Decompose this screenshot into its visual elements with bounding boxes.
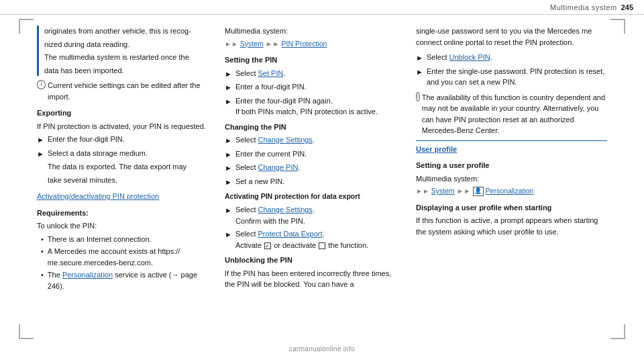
exporting-text: If PIN protection is activated, your PIN…	[37, 121, 211, 132]
arrow-sym-cp: ►	[225, 163, 232, 174]
header-bar: Multimedia system 245	[0, 0, 644, 15]
arrow-text-again: Enter the four-digit PIN again.If both P…	[235, 95, 378, 118]
arrow-text-1: Enter the four-digit PIN.	[48, 134, 125, 145]
content-area: originates from another vehicle, this is…	[37, 19, 607, 331]
continuation-text: single-use password sent to you via the …	[416, 26, 607, 48]
personalization-link[interactable]: Personalization	[62, 271, 113, 279]
bullet-text-1: There is an Internet connection.	[48, 234, 152, 245]
header-title: Multimedia system	[550, 3, 617, 11]
arrow-sym-snp: ►	[225, 177, 232, 188]
arrow-text-ae2: Select Protect Data Export.Activate or d…	[235, 228, 368, 251]
blue-bar-block: originates from another vehicle, this is…	[37, 26, 211, 76]
right-column: single-use password sent to you via the …	[416, 19, 607, 331]
activating-export-heading: Activating PIN protection for data expor…	[225, 191, 402, 202]
corner-bracket-tr	[610, 19, 625, 34]
user-profile-section: User profile	[416, 144, 607, 155]
arrow-enter-again: ► Enter the four-digit PIN again.If both…	[225, 95, 402, 118]
mid-menu-path: ►► System ►► PIN Protection	[225, 39, 402, 50]
arrow-text-cs: Select Change Settings.	[235, 134, 315, 146]
arrow-item-pin: ► Enter the four-digit PIN.	[37, 134, 211, 146]
arrow-item-storage: ► Select a data storage medium.	[37, 148, 211, 160]
unblocking-text: If the PIN has been entered incorrectly …	[225, 268, 402, 290]
link-change-settings-2[interactable]: Change Settings	[258, 206, 313, 214]
arrow-text-set-pin: Select Set PIN.	[235, 68, 286, 79]
arrow-text-2: Select a data storage medium.	[48, 148, 148, 159]
displaying-text: If this function is active, a prompt app…	[416, 215, 607, 237]
arrow-sym-esu: ►	[416, 66, 423, 78]
link-protect-data-export[interactable]: Protect Data Export	[258, 230, 323, 238]
to-unlock-text: To unlock the PIN:	[37, 220, 211, 232]
right-menu-arrow-1: ►►	[416, 186, 429, 196]
arrow-set-pin: ► Select Set PIN.	[225, 68, 402, 80]
requirements-heading: Requirements:	[37, 208, 211, 219]
arrow-sym-cs: ►	[225, 135, 232, 146]
info-icon-import: i	[37, 80, 46, 89]
bullet-personalization: • The Personalization service is active …	[41, 269, 211, 292]
indent-export-note: The data is exported. The data export ma…	[48, 161, 211, 185]
mid-column: Multimedia system: ►► System ►► PIN Prot…	[225, 19, 402, 331]
arrow-text-esu: Enter the single-use password. PIN prote…	[427, 66, 607, 88]
setting-pin-heading: Setting the PIN	[225, 54, 402, 66]
arrow-text-ubp: Select Unblock PIN.	[427, 52, 492, 63]
arrow-sym-ae2: ►	[225, 229, 232, 240]
corner-bracket-br	[610, 324, 625, 339]
link-unblock-pin[interactable]: Unblock PIN	[449, 53, 490, 61]
checkbox-deactivate	[319, 242, 325, 249]
mid-multimedia-label: Multimedia system:	[225, 26, 402, 37]
info-icon-avail: i	[416, 92, 420, 101]
header-page-num: 245	[621, 3, 633, 11]
displaying-heading: Displaying a user profile when starting	[416, 202, 607, 214]
mid-menu-arrow-2: ►►	[266, 39, 280, 50]
arrow-activate-export-2: ► Select Protect Data Export.Activate or…	[225, 228, 402, 251]
arrow-sym-again: ►	[225, 96, 232, 107]
mid-menu-arrow-1: ►►	[225, 39, 238, 49]
corner-bracket-tl	[19, 19, 34, 34]
link-change-pin[interactable]: Change PIN	[258, 163, 299, 171]
arrow-activate-export-1: ► Select Change Settings.Confirm with th…	[225, 204, 402, 226]
person-icon: 👤	[473, 187, 484, 196]
unblocking-heading: Unblocking the PIN	[225, 255, 402, 266]
info-text-avail: The availability of this function is cou…	[422, 92, 607, 136]
bullet-text-3: The Personalization service is active (→…	[48, 269, 211, 292]
link-change-settings-1[interactable]: Change Settings	[258, 136, 313, 144]
indent-export-2: take several minutes.	[48, 175, 211, 186]
watermark: carmanualonline.info	[0, 345, 644, 353]
arrow-enter-4digit: ► Enter a four-digit PIN.	[225, 81, 402, 93]
arrow-text-ecp: Enter the current PIN.	[235, 148, 307, 160]
watermark-text: carmanualonline.info	[289, 345, 355, 353]
right-menu-arrow-2: ►►	[457, 186, 471, 197]
right-multimedia-label: Multimedia system:	[416, 173, 607, 185]
info-block-import: i Current vehicle settings can be edited…	[37, 80, 211, 102]
bullet-sym-3: •	[41, 269, 44, 281]
arrow-enter-single-use: ► Enter the single-use password. PIN pro…	[416, 66, 607, 88]
arrow-sym-ubp: ►	[416, 52, 423, 64]
arrow-sym-ae1: ►	[225, 205, 232, 216]
link-set-pin[interactable]: Set PIN	[258, 69, 284, 77]
mid-menu-system: System	[240, 39, 264, 50]
arrow-change-pin: ► Select Change PIN.	[225, 162, 402, 174]
arrow-text-snp: Set a new PIN.	[235, 176, 284, 187]
left-column: originates from another vehicle, this is…	[37, 19, 211, 331]
setting-user-profile-heading: Setting a user profile	[416, 160, 607, 171]
arrow-sym-set-pin: ►	[225, 69, 232, 80]
bullet-internet: • There is an Internet connection.	[41, 234, 211, 245]
arrow-text-cp: Select Change PIN.	[235, 162, 301, 173]
blue-bar-line-3: The multimedia system is restarted once …	[44, 52, 211, 63]
activating-link[interactable]: Activating/deactivating PIN protection	[37, 192, 159, 200]
bullet-sym-2: •	[41, 246, 44, 257]
arrow-set-new-pin: ► Set a new PIN.	[225, 176, 402, 188]
arrow-sym-2: ►	[37, 148, 44, 160]
bullet-text-2: A Mercedes me account exists at https://…	[48, 246, 180, 268]
arrow-text-ae1: Select Change Settings.Confirm with the …	[235, 204, 315, 226]
user-profile-divider	[416, 140, 607, 141]
right-menu-path: ►► System ►► 👤 Personalization	[416, 186, 607, 197]
right-menu-personalization: Personalization	[486, 186, 534, 197]
changing-pin-heading: Changing the PIN	[225, 122, 402, 133]
arrow-sym-4digit: ►	[225, 82, 232, 93]
right-menu-system: System	[431, 186, 455, 197]
blue-bar-line-4: data has been imported.	[44, 65, 211, 77]
arrow-sym-1: ►	[37, 134, 44, 146]
arrow-enter-current-pin: ► Enter the current PIN.	[225, 148, 402, 161]
mid-menu-pin-protection: PIN Protection	[282, 39, 327, 50]
exporting-heading: Exporting	[37, 107, 211, 119]
